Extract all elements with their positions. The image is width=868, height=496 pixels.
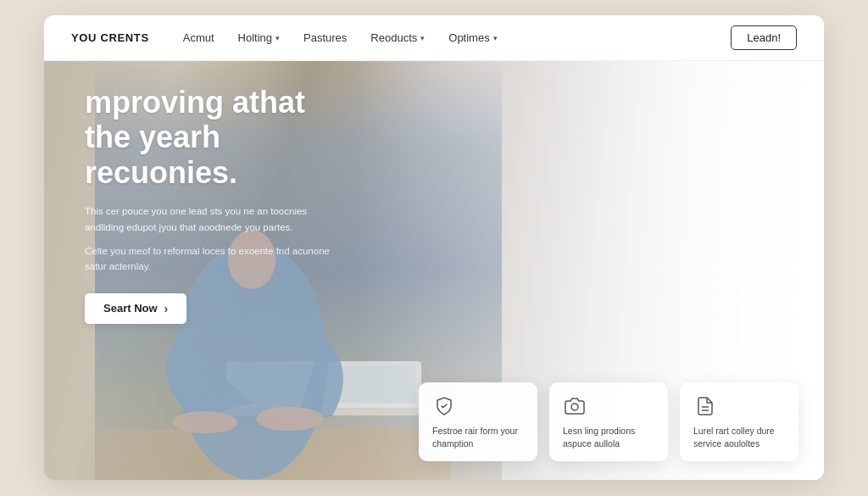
- feature-card-3: Lurel rart colley dure service aouloltes: [680, 382, 798, 462]
- nav-logo: YOU CRENTS: [71, 31, 149, 44]
- hero-content: mproving athatthe yearhrecuonies. This c…: [85, 85, 339, 324]
- page-wrapper: YOU CRENTS AcmutHolting▾PasturesReoducts…: [0, 0, 868, 496]
- camera-svg: [565, 396, 585, 416]
- hero-cta-button[interactable]: Seart Now ›: [85, 293, 186, 324]
- feature-card-2: Lesn ling prodions aspuce aullola: [549, 382, 668, 462]
- chevron-down-icon: ▾: [275, 34, 280, 42]
- chevron-down-icon: ▾: [420, 34, 425, 42]
- feature-2-text: Lesn ling prodions aspuce aullola: [563, 425, 654, 452]
- hero-subtitle2: Celte you meof to reformal loces to exoe…: [85, 243, 339, 275]
- hero-cta-label: Seart Now: [103, 302, 158, 315]
- shield-heart-svg: [434, 396, 454, 416]
- main-card: YOU CRENTS AcmutHolting▾PasturesReoducts…: [44, 15, 824, 480]
- hero-subtitle: This cer pouce you one lead sts you ne a…: [85, 203, 339, 235]
- nav-link-acmut[interactable]: Acmut: [183, 31, 214, 44]
- chevron-down-icon: ▾: [493, 34, 498, 42]
- hero-section: mproving athatthe yearhrecuonies. This c…: [44, 61, 824, 480]
- camera-icon: [563, 394, 587, 418]
- login-button[interactable]: Leadn!: [731, 25, 797, 50]
- nav-link-holting[interactable]: Holting▾: [238, 31, 280, 44]
- svg-point-8: [571, 404, 578, 410]
- feature-card-1: Festroe rair form your chamption: [419, 382, 537, 462]
- nav-links: AcmutHolting▾PasturesReoducts▾Optimes▾: [183, 31, 732, 44]
- hero-cta-arrow: ›: [164, 302, 169, 315]
- heart-shield-icon: [432, 394, 456, 418]
- feature-3-text: Lurel rart colley dure service aouloltes: [693, 425, 785, 452]
- navbar: YOU CRENTS AcmutHolting▾PasturesReoducts…: [44, 15, 824, 61]
- document-icon: [693, 394, 717, 418]
- hero-title: mproving athatthe yearhrecuonies.: [85, 85, 339, 190]
- nav-link-optimes[interactable]: Optimes▾: [448, 31, 497, 44]
- nav-cta: Leadn!: [731, 25, 797, 50]
- document-svg: [695, 396, 715, 416]
- feature-1-text: Festroe rair form your chamption: [432, 425, 524, 452]
- nav-link-reoducts[interactable]: Reoducts▾: [370, 31, 425, 44]
- feature-cards: Festroe rair form your chamption Lesn li…: [419, 382, 798, 462]
- nav-link-pastures[interactable]: Pastures: [303, 31, 347, 44]
